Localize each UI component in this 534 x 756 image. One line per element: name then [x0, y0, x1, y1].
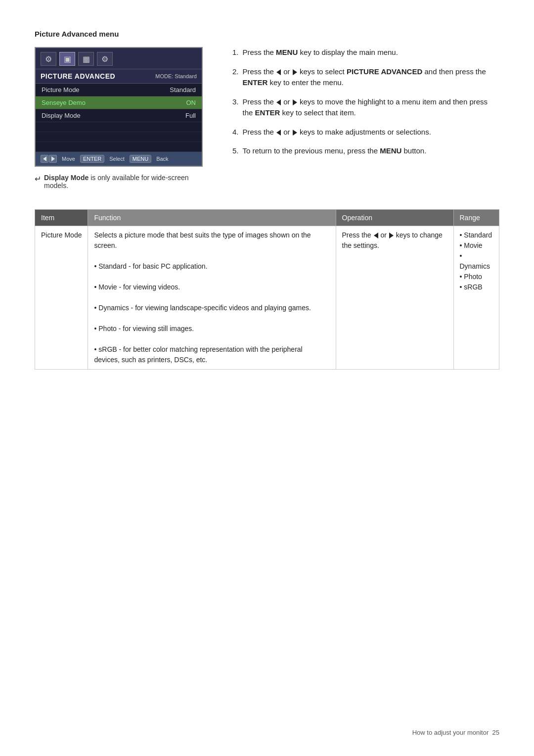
- osd-icon-4: ⚙: [97, 52, 113, 66]
- osd-icon-3: ▦: [78, 52, 94, 66]
- osd-title: PICTURE ADVANCED: [41, 72, 115, 80]
- cell-range: • Standard • Movie • Dynamics • Photo • …: [453, 226, 499, 370]
- osd-empty-2: [36, 132, 202, 142]
- osd-menu: ⚙ ▣ ▦ ⚙ PICTURE ADVANCED MODE: Standard …: [35, 47, 203, 167]
- info-table: Item Function Operation Range Picture Mo…: [35, 209, 499, 370]
- osd-icon-2: ▣: [59, 52, 75, 66]
- osd-title-bar: PICTURE ADVANCED MODE: Standard: [36, 69, 202, 84]
- osd-empty-3: [36, 142, 202, 152]
- osd-mode: MODE: Standard: [155, 73, 197, 79]
- osd-row-senseye: Senseye Demo ON: [36, 96, 202, 109]
- table-row: Picture Mode Selects a picture mode that…: [35, 226, 499, 370]
- col-item: Item: [35, 210, 88, 226]
- osd-note: ↵ Display Mode is only available for wid…: [35, 174, 213, 189]
- step-4: 4. Press the or keys to make adjustments…: [232, 127, 499, 138]
- note-text: Display Mode is only available for wide-…: [44, 174, 213, 189]
- osd-row-picture-mode: Picture Mode Standard: [36, 84, 202, 96]
- step-5: 5. To return to the previous menu, press…: [232, 145, 499, 157]
- col-range: Range: [453, 210, 499, 226]
- cell-operation: Press the or keys to change the settings…: [336, 226, 453, 370]
- footer-text: How to adjust your monitor: [412, 729, 489, 736]
- step-1: 1. Press the MENU key to display the mai…: [232, 47, 499, 58]
- section-heading-text: Picture Advanced menu: [35, 30, 119, 38]
- osd-row-display-mode: Display Mode Full: [36, 109, 202, 122]
- table-header-row: Item Function Operation Range: [35, 210, 499, 226]
- left-column: ⚙ ▣ ▦ ⚙ PICTURE ADVANCED MODE: Standard …: [35, 47, 213, 189]
- step-3: 3. Press the or keys to move the highlig…: [232, 96, 499, 119]
- section-heading: Picture Advanced menu: [35, 30, 499, 38]
- cell-function: Selects a picture mode that best suits t…: [88, 226, 336, 370]
- step-2: 2. Press the or keys to select PICTURE A…: [232, 66, 499, 89]
- col-function: Function: [88, 210, 336, 226]
- top-section: ⚙ ▣ ▦ ⚙ PICTURE ADVANCED MODE: Standard …: [35, 47, 499, 189]
- osd-bottom-bar: Move ENTER Select MENU Back: [36, 152, 202, 166]
- note-icon: ↵: [35, 174, 41, 184]
- page-footer: How to adjust your monitor 25: [412, 729, 499, 736]
- steps-list: 1. Press the MENU key to display the mai…: [232, 47, 499, 157]
- page-content: Picture Advanced menu ⚙ ▣ ▦ ⚙ PICTURE AD…: [0, 0, 534, 399]
- osd-empty-1: [36, 122, 202, 132]
- footer-page-number: 25: [492, 729, 499, 736]
- osd-nav-arrows: [41, 155, 57, 163]
- cell-item: Picture Mode: [35, 226, 88, 370]
- osd-icon-row: ⚙ ▣ ▦ ⚙: [36, 48, 202, 69]
- osd-icon-1: ⚙: [41, 52, 56, 66]
- right-column: 1. Press the MENU key to display the mai…: [232, 47, 499, 189]
- col-operation: Operation: [336, 210, 453, 226]
